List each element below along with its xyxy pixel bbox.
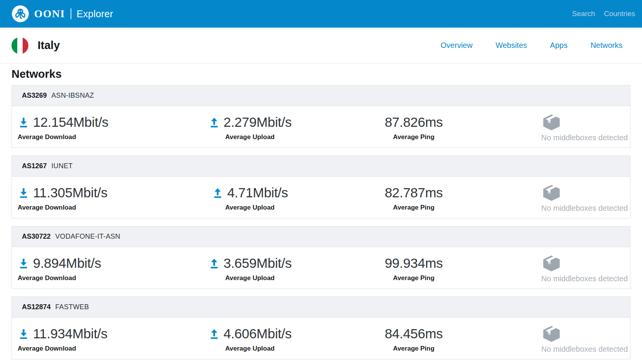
- asn-name: VODAFONE-IT-ASN: [55, 233, 120, 241]
- download-metric: 11.934Mbit/s Average Download: [12, 325, 179, 359]
- middlebox-icon: [543, 113, 560, 131]
- upload-value: 2.279Mbit/s: [224, 115, 292, 130]
- network-card-header[interactable]: AS1267 IUNET: [12, 156, 630, 177]
- upload-value: 3.659Mbit/s: [224, 256, 292, 271]
- download-value: 9.894Mbit/s: [33, 256, 101, 271]
- asn-number: AS12874: [22, 303, 51, 311]
- download-metric: 11.305Mbit/s Average Download: [12, 184, 179, 218]
- tab-overview[interactable]: Overview: [441, 41, 472, 50]
- ping-label: Average Ping: [393, 204, 435, 212]
- network-card-header[interactable]: AS3269 ASN-IBSNAZ: [12, 85, 630, 106]
- tab-apps[interactable]: Apps: [550, 41, 568, 50]
- upload-icon: [212, 187, 224, 199]
- network-card: AS30722 VODAFONE-IT-ASN 9.894Mbit/s Aver…: [12, 226, 630, 289]
- section-title: Networks: [12, 68, 630, 80]
- upload-label: Average Upload: [225, 133, 275, 141]
- asn-number: AS1267: [22, 162, 47, 170]
- network-card: AS12874 FASTWEB 11.934Mbit/s Average Dow…: [12, 297, 630, 359]
- download-icon: [18, 116, 30, 128]
- download-icon: [18, 187, 30, 199]
- italy-flag-icon: [12, 37, 28, 54]
- ping-value: 99.934ms: [385, 256, 443, 271]
- middlebox-icon: [543, 184, 560, 202]
- asn-name: IUNET: [51, 162, 73, 170]
- network-card-body: 11.305Mbit/s Average Download 4.71Mbit/s…: [12, 177, 630, 218]
- ping-metric: 87.826ms Average Ping: [321, 113, 507, 148]
- ooni-logo-icon: [12, 5, 29, 23]
- ping-metric: 84.456ms Average Ping: [321, 325, 507, 359]
- country-header: Italy Overview Websites Apps Networks: [0, 28, 642, 64]
- middlebox-status: No middleboxes detected: [541, 274, 628, 283]
- upload-metric: 2.279Mbit/s Average Upload: [179, 113, 321, 148]
- ping-label: Average Ping: [393, 345, 435, 353]
- nav-countries-link[interactable]: Countries: [604, 10, 635, 18]
- middlebox-metric: No middleboxes detected: [507, 113, 630, 148]
- download-metric: 9.894Mbit/s Average Download: [12, 254, 179, 289]
- download-value: 11.305Mbit/s: [33, 185, 107, 200]
- middlebox-icon: [543, 325, 560, 343]
- tab-websites[interactable]: Websites: [495, 41, 527, 50]
- ping-value: 84.456ms: [385, 326, 443, 341]
- upload-metric: 3.659Mbit/s Average Upload: [179, 254, 321, 289]
- brand-name: OONI: [34, 8, 65, 20]
- network-list: AS3269 ASN-IBSNAZ 12.154Mbit/s Average D…: [12, 85, 630, 359]
- upload-icon: [208, 328, 220, 340]
- download-icon: [18, 328, 30, 340]
- upload-icon: [208, 257, 220, 269]
- country-tabs: Overview Websites Apps Networks: [441, 41, 622, 50]
- network-card: AS1267 IUNET 11.305Mbit/s Average Downlo…: [12, 156, 630, 218]
- brand-product: Explorer: [77, 8, 114, 20]
- nav-search-link[interactable]: Search: [572, 10, 595, 18]
- asn-number: AS3269: [22, 92, 47, 100]
- network-card-body: 11.934Mbit/s Average Download 4.606Mbit/…: [12, 318, 630, 359]
- upload-value: 4.606Mbit/s: [224, 326, 292, 341]
- download-label: Average Download: [18, 133, 76, 141]
- download-metric: 12.154Mbit/s Average Download: [12, 113, 179, 148]
- network-card: AS3269 ASN-IBSNAZ 12.154Mbit/s Average D…: [12, 85, 630, 148]
- country-name: Italy: [38, 39, 60, 52]
- tab-networks[interactable]: Networks: [591, 41, 622, 50]
- download-icon: [18, 257, 30, 269]
- network-card-body: 9.894Mbit/s Average Download 3.659Mbit/s…: [12, 247, 630, 289]
- topbar: OONI Explorer Search Countries: [0, 0, 642, 28]
- ping-metric: 99.934ms Average Ping: [321, 254, 507, 289]
- main-content: Networks AS3269 ASN-IBSNAZ 12.154Mbit/s …: [0, 68, 642, 359]
- topbar-nav: Search Countries: [572, 10, 635, 18]
- ping-value: 87.826ms: [385, 115, 443, 130]
- ping-value: 82.787ms: [385, 185, 443, 200]
- middlebox-status: No middleboxes detected: [541, 345, 628, 354]
- network-card-body: 12.154Mbit/s Average Download 2.279Mbit/…: [12, 106, 630, 148]
- brand-home-link[interactable]: OONI Explorer: [12, 5, 113, 23]
- download-value: 11.934Mbit/s: [33, 326, 107, 341]
- brand-separator: [71, 8, 71, 19]
- download-label: Average Download: [18, 274, 76, 282]
- upload-label: Average Upload: [225, 345, 275, 353]
- asn-name: FASTWEB: [55, 303, 89, 311]
- middlebox-icon: [543, 254, 560, 272]
- upload-metric: 4.606Mbit/s Average Upload: [179, 325, 321, 359]
- asn-name: ASN-IBSNAZ: [51, 92, 94, 100]
- ping-label: Average Ping: [393, 274, 435, 282]
- ping-label: Average Ping: [393, 133, 435, 141]
- upload-label: Average Upload: [225, 204, 275, 212]
- upload-label: Average Upload: [225, 274, 275, 282]
- network-card-header[interactable]: AS30722 VODAFONE-IT-ASN: [12, 226, 630, 247]
- download-label: Average Download: [18, 345, 76, 353]
- ping-metric: 82.787ms Average Ping: [321, 184, 507, 218]
- upload-metric: 4.71Mbit/s Average Upload: [179, 184, 321, 218]
- middlebox-status: No middleboxes detected: [541, 133, 628, 142]
- network-card-header[interactable]: AS12874 FASTWEB: [12, 297, 630, 318]
- upload-value: 4.71Mbit/s: [227, 185, 288, 200]
- middlebox-status: No middleboxes detected: [541, 204, 628, 213]
- upload-icon: [208, 116, 220, 128]
- middlebox-metric: No middleboxes detected: [507, 254, 630, 289]
- download-label: Average Download: [18, 204, 76, 212]
- asn-number: AS30722: [22, 233, 51, 241]
- middlebox-metric: No middleboxes detected: [507, 325, 630, 359]
- download-value: 12.154Mbit/s: [33, 115, 109, 130]
- middlebox-metric: No middleboxes detected: [507, 184, 630, 218]
